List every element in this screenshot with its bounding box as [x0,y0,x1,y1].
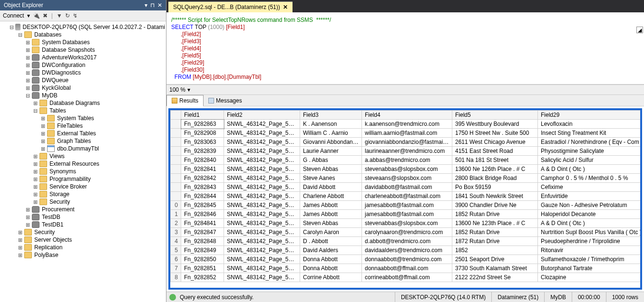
cell[interactable]: 13600 Ne 126th Place . # C [452,165,538,174]
cell[interactable]: 2501 Seaport Drive [452,255,538,264]
cell[interactable]: 7 [171,264,181,273]
database-snapshots-node[interactable]: Database Snapshots [41,47,96,53]
column-header[interactable]: Field29 [538,111,643,120]
cell[interactable]: Eastradiol / Norethindrone ( Eqv - Com B… [538,138,643,147]
cell[interactable]: Steve Aanes [300,174,362,183]
cell[interactable]: Fn_9282851 [181,264,224,273]
cell[interactable]: G . Abbas [300,156,362,165]
cell[interactable]: jamesabbott@fastmail.com [362,201,452,210]
cell[interactable]: corrineabbott@ffmail.com [362,273,452,282]
table-row[interactable]: 3Fn_9282847SNWL_483142_Page_5659Carolyn … [171,228,643,237]
expand-icon[interactable]: ⊞ [32,153,38,160]
db-mydb[interactable]: MyDB [41,92,59,99]
table-row[interactable]: 0Fn_9282845SNWL_483142_Page_5658James Ab… [171,201,643,210]
expand-icon[interactable]: ⊞ [40,123,46,129]
cell[interactable]: 13600 Ne 123th Place . # C [452,219,538,228]
document-tab[interactable]: SQLQuery2.sql - DE...B (Dataminerz (51))… [168,1,293,12]
expand-icon[interactable]: ⊞ [32,169,38,175]
table-dummaytbl[interactable]: dbo.DummayTbl [56,145,100,152]
cell[interactable]: 0 [171,201,181,210]
cell[interactable]: K . Aanenson [300,120,362,129]
db-dwdiag[interactable]: DWDiagnostics [41,69,82,76]
cell[interactable]: David Abbott [300,183,362,192]
cell[interactable]: Fn_9283063 [181,138,224,147]
server-node[interactable]: DESKTOP-2QLP76Q (SQL Server 14.0.2027.2 … [22,24,166,30]
cell[interactable]: 1872 Rutan Drive [452,237,538,246]
table-row[interactable]: 2Fn_9284841SNWL_483142_Page_5658Steven A… [171,219,643,228]
cell[interactable]: Fn_9282846 [181,210,224,219]
cell[interactable]: 1841 South Newkrik Street [452,192,538,201]
replication-node[interactable]: Replication [33,244,63,251]
cell[interactable]: A & D Oint ( Otc ) [538,219,643,228]
tab-results[interactable]: Results [166,95,204,106]
cell[interactable]: Giovanni Abbondanzio [300,138,362,147]
cell[interactable]: Fn_9282849 [181,246,224,255]
cell[interactable]: 4151 East Street Road [452,147,538,156]
db-testdb[interactable]: TestDB [41,214,61,220]
cell[interactable]: David Aalders [300,246,362,255]
polybase-node[interactable]: PolyBase [33,252,59,258]
column-header[interactable]: Field5 [452,111,538,120]
cell[interactable]: Fn_9282839 [181,147,224,156]
tab-messages[interactable]: Messages [204,95,247,106]
cell[interactable]: Butorphanol Tartrate [538,264,643,273]
cell[interactable]: 3730 South Kalamath Street [452,264,538,273]
cell[interactable]: Steven Abbas [300,219,362,228]
cell[interactable]: Fn_9282847 [181,228,224,237]
cell[interactable] [171,120,181,129]
cell[interactable]: SNWL_483142_Page_5658 [224,192,300,201]
cell[interactable] [171,165,181,174]
db-adventureworks[interactable]: AdventureWorks2017 [41,54,98,61]
cell[interactable]: giovanniabbondanzio@fastmail.com [362,138,452,147]
table-row[interactable]: 8Fn_9282852SNWL_483142_Page_5659Corrine … [171,273,643,282]
cell[interactable]: 1852 Rutan Drive [452,228,538,237]
cell[interactable]: SNWL_483142_Page_5658 [224,210,300,219]
storage-node[interactable]: Storage [49,191,70,198]
cell[interactable]: 8 [171,273,181,282]
expand-icon[interactable]: ⊞ [25,214,30,220]
table-row[interactable]: Fn_9282863SNWL_463142_Page_5661K . Aanen… [171,120,643,129]
column-header[interactable]: Field2 [224,111,300,120]
results-grid[interactable]: Field1Field2Field3Field4Field5Field29 Fn… [170,110,642,282]
object-explorer-tree[interactable]: ⊟DESKTOP-2QLP76Q (SQL Server 14.0.2027.2… [0,21,166,302]
column-header[interactable]: Field4 [362,111,452,120]
tab-close-icon[interactable]: ✕ [283,4,288,10]
cell[interactable]: Donna Abbott [300,255,362,264]
cell[interactable]: Enfuvirtide [538,192,643,201]
expand-icon[interactable]: ⊞ [25,47,30,53]
cell[interactable] [171,147,181,156]
toolbar-filter-icon[interactable]: ▼ [57,12,62,19]
cell[interactable]: SNWL_483142_Page_5659 [224,228,300,237]
zoom-level[interactable]: 100 % [169,86,185,93]
cell[interactable]: Ritonavir [538,246,643,255]
connect-button[interactable]: Connect [3,12,24,19]
tables-node[interactable]: Tables [49,107,67,114]
cell[interactable]: laurineaanner@trendmicro.com [362,147,452,156]
table-row[interactable]: 5Fn_9282849SNWL_483142_Page_5659David Aa… [171,246,643,255]
cell[interactable]: William C . Aarnio [300,129,362,138]
cell[interactable]: Fn_9282850 [181,255,224,264]
cell[interactable]: Fn_9282843 [181,183,224,192]
cell[interactable] [171,129,181,138]
expand-icon[interactable]: ⊞ [40,131,46,137]
cell[interactable]: SNWL_483142_Page_5658 [224,165,300,174]
cell[interactable]: Haloperidol Decanote [538,210,643,219]
external-tables-node[interactable]: External Tables [56,130,97,137]
cell[interactable]: 3 [171,228,181,237]
service-broker-node[interactable]: Service Broker [49,183,88,190]
cell[interactable]: Fn_9282842 [181,174,224,183]
toolbar-refresh-icon[interactable]: ↻ [65,12,70,19]
expand-icon[interactable]: ⊞ [32,191,38,198]
cell[interactable]: Fn_9284841 [181,219,224,228]
cell[interactable]: Camphor 0 . 5 % / Menthol 0 . 5 % [538,174,643,183]
cell[interactable]: SNWL_483142_Page_5659 [224,246,300,255]
cell[interactable]: 1852 Rutan Drive [452,210,538,219]
cell[interactable]: 1750 H Street Nw . Suite 500 [452,129,538,138]
expand-icon[interactable]: ⊟ [32,108,38,114]
cell[interactable]: SNWL_483142_Page_5588 [224,138,300,147]
cell[interactable]: stevenabbas@slopsbox.com [362,219,452,228]
expand-icon[interactable]: ⊞ [25,62,30,68]
cell[interactable]: carolynaaron@trendmicro.com [362,228,452,237]
cell[interactable]: 6 [171,255,181,264]
expand-icon[interactable]: ⊞ [25,85,30,91]
